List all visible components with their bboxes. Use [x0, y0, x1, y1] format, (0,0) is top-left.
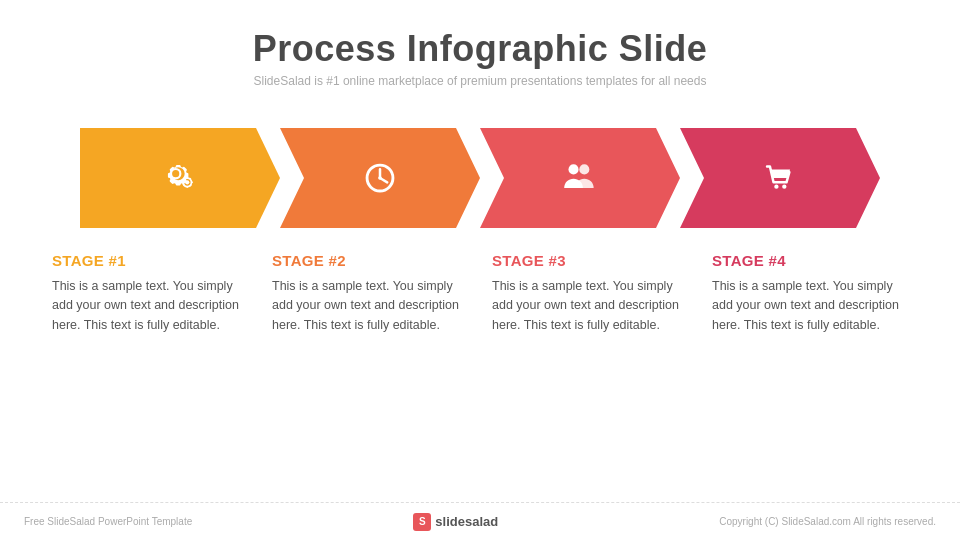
cart-icon [757, 155, 803, 201]
arrow-shape-2 [280, 128, 480, 228]
stage3-text: This is a sample text. You simply add yo… [492, 277, 688, 335]
svg-rect-3 [186, 186, 187, 188]
stage4-text: This is a sample text. You simply add yo… [712, 277, 908, 335]
svg-rect-5 [191, 182, 193, 183]
slide-subtitle: SlideSalad is #1 online marketplace of p… [253, 74, 708, 88]
slide-title: Process Infographic Slide [253, 28, 708, 70]
stage2-label: STAGE #2 [272, 252, 468, 269]
stage3-label: STAGE #3 [492, 252, 688, 269]
svg-point-1 [185, 180, 189, 184]
svg-point-13 [378, 176, 382, 180]
arrow-stage3 [480, 128, 680, 228]
stage1-label: STAGE #1 [52, 252, 248, 269]
svg-point-15 [579, 164, 589, 174]
footer-center: S slidesalad [413, 513, 498, 531]
arrows-row [80, 128, 880, 228]
stage4-label: STAGE #4 [712, 252, 908, 269]
clock-icon [357, 155, 403, 201]
arrow-stage1 [80, 128, 280, 228]
stage-info-1: STAGE #1 This is a sample text. You simp… [40, 252, 260, 335]
arrow-shape-4 [680, 128, 880, 228]
stage-info-4: STAGE #4 This is a sample text. You simp… [700, 252, 920, 335]
stage2-text: This is a sample text. You simply add yo… [272, 277, 468, 335]
arrow-stage4 [680, 128, 880, 228]
svg-point-16 [774, 184, 778, 188]
svg-rect-4 [181, 182, 183, 183]
stage-info-3: STAGE #3 This is a sample text. You simp… [480, 252, 700, 335]
footer-left-text: Free SlideSalad PowerPoint Template [24, 516, 192, 527]
footer: Free SlideSalad PowerPoint Template S sl… [0, 502, 960, 540]
slide: Process Infographic Slide SlideSalad is … [0, 0, 960, 540]
footer-right-text: Copyright (C) SlideSalad.com All rights … [719, 516, 936, 527]
arrow-shape-1 [80, 128, 280, 228]
arrow-shape-3 [480, 128, 680, 228]
svg-point-17 [782, 184, 786, 188]
stage-info-2: STAGE #2 This is a sample text. You simp… [260, 252, 480, 335]
slidesalad-logo-icon: S [413, 513, 431, 531]
people-icon [557, 155, 603, 201]
stage1-text: This is a sample text. You simply add yo… [52, 277, 248, 335]
stages-row: STAGE #1 This is a sample text. You simp… [0, 252, 960, 335]
footer-logo-text: slidesalad [435, 514, 498, 529]
arrow-stage2 [280, 128, 480, 228]
svg-point-14 [569, 164, 579, 174]
svg-rect-2 [186, 177, 187, 179]
header: Process Infographic Slide SlideSalad is … [253, 0, 708, 88]
gears-icon [157, 155, 203, 201]
